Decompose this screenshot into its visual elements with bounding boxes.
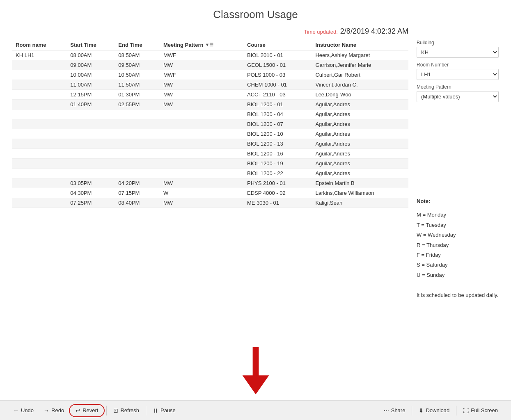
cell-end	[115, 119, 160, 129]
cell-course: BIOL 1200 - 04	[244, 110, 312, 119]
cell-room	[12, 139, 67, 149]
cell-instructor: Aguilar,Andres	[312, 139, 408, 149]
cell-start: 12:15PM	[67, 90, 115, 100]
cell-pattern: MW	[160, 60, 244, 70]
page-title: Classroom Usage	[12, 8, 499, 21]
table-row: 11:00AM11:50AMMWCHEM 1000 - 01Vincent,Jo…	[12, 80, 408, 90]
table-row: 04:30PM07:15PMWEDSP 4000 - 02Larkins,Cla…	[12, 188, 408, 198]
table-row: BIOL 1200 - 22Aguilar,Andres	[12, 169, 408, 178]
cell-end: 08:50AM	[115, 50, 160, 60]
cell-course: POLS 1000 - 03	[244, 70, 312, 80]
download-icon: ⬇	[419, 407, 424, 414]
time-value: 2/8/2019 4:02:32 AM	[340, 27, 408, 36]
cell-end: 07:15PM	[115, 188, 160, 198]
cell-pattern	[160, 149, 244, 159]
cell-pattern: W	[160, 188, 244, 198]
svg-marker-1	[242, 375, 269, 394]
cell-instructor: Heers,Ashley Margaret	[312, 50, 408, 60]
cell-instructor: Garrison,Jennifer Marie	[312, 60, 408, 70]
note-line: U = Sunday	[417, 270, 499, 280]
download-button[interactable]: ⬇ Download	[414, 405, 454, 416]
table-row: BIOL 1200 - 10Aguilar,Andres	[12, 129, 408, 139]
toolbar-divider-1	[106, 406, 107, 415]
building-label: Building	[417, 40, 499, 46]
meeting-pattern-header-label: Meeting Pattern	[163, 42, 204, 48]
cell-end: 09:50AM	[115, 60, 160, 70]
undo-icon: ←	[13, 407, 19, 414]
cell-instructor: Epstein,Martin B	[312, 178, 408, 188]
cell-end: 02:55PM	[115, 100, 160, 110]
cell-end	[115, 169, 160, 178]
cell-room	[12, 178, 67, 188]
cell-course: BIOL 1200 - 13	[244, 139, 312, 149]
cell-instructor: Aguilar,Andres	[312, 159, 408, 169]
building-filter: Building KH	[417, 40, 499, 58]
cell-start: 08:00AM	[67, 50, 115, 60]
time-updated-container: Time updated: 2/8/2019 4:02:32 AM	[304, 27, 408, 36]
share-button[interactable]: ⋯ Share	[378, 405, 410, 416]
col-header-end: End Time	[115, 40, 160, 50]
refresh-button[interactable]: ⊡ Refresh	[108, 405, 144, 416]
cell-start	[67, 110, 115, 119]
revert-icon: ↩	[76, 407, 80, 414]
room-number-label: Room Number	[417, 62, 499, 68]
cell-pattern	[160, 129, 244, 139]
cell-room: KH LH1	[12, 50, 67, 60]
cell-end: 01:30PM	[115, 90, 160, 100]
undo-label: Undo	[21, 407, 34, 413]
cell-room	[12, 169, 67, 178]
cell-course: BIOL 1200 - 07	[244, 119, 312, 129]
revert-label: Revert	[82, 407, 98, 413]
pause-label: Pause	[160, 407, 176, 413]
cell-course: PHYS 2100 - 01	[244, 178, 312, 188]
cell-pattern: MW	[160, 178, 244, 188]
revert-button[interactable]: ↩ Revert	[69, 404, 105, 417]
table-row: 10:00AM10:50AMMWFPOLS 1000 - 03Culbert,G…	[12, 70, 408, 80]
cell-start: 09:00AM	[67, 60, 115, 70]
table-row: BIOL 1200 - 16Aguilar,Andres	[12, 149, 408, 159]
cell-course: ACCT 2110 - 03	[244, 90, 312, 100]
cell-course: BIOL 1200 - 19	[244, 159, 312, 169]
cell-course: ME 3030 - 01	[244, 198, 312, 208]
meeting-pattern-select[interactable]: (Multiple values)	[417, 91, 499, 102]
toolbar-divider-4	[456, 406, 456, 415]
note-line: It is scheduled to be updated daily.	[417, 290, 499, 300]
pause-button[interactable]: ⏸ Pause	[148, 405, 181, 416]
cell-course: BIOL 1200 - 10	[244, 129, 312, 139]
cell-start: 11:00AM	[67, 80, 115, 90]
cell-start	[67, 119, 115, 129]
table-row: 09:00AM09:50AMMWGEOL 1500 - 01Garrison,J…	[12, 60, 408, 70]
cell-end	[115, 129, 160, 139]
col-header-pattern: Meeting Pattern ▼☰	[160, 40, 244, 50]
table-row: 07:25PM08:40PMMWME 3030 - 01Kaligi,Sean	[12, 198, 408, 208]
cell-pattern	[160, 119, 244, 129]
cell-room	[12, 149, 67, 159]
cell-pattern	[160, 159, 244, 169]
cell-course: CHEM 1000 - 01	[244, 80, 312, 90]
cell-instructor: Aguilar,Andres	[312, 129, 408, 139]
cell-instructor: Aguilar,Andres	[312, 100, 408, 110]
cell-start: 01:40PM	[67, 100, 115, 110]
cell-pattern: MW	[160, 198, 244, 208]
fullscreen-icon: ⛶	[463, 407, 469, 414]
redo-button[interactable]: → Redo	[39, 405, 69, 416]
fullscreen-button[interactable]: ⛶ Full Screen	[458, 405, 503, 416]
cell-start: 07:25PM	[67, 198, 115, 208]
share-label: Share	[391, 407, 406, 413]
cell-room	[12, 70, 67, 80]
redo-label: Redo	[51, 407, 64, 413]
cell-instructor: Aguilar,Andres	[312, 149, 408, 159]
note-line: S = Saturday	[417, 260, 499, 269]
cell-room	[12, 110, 67, 119]
redo-icon: →	[44, 407, 49, 414]
cell-instructor: Aguilar,Andres	[312, 169, 408, 178]
meeting-pattern-filter: Meeting Pattern (Multiple values)	[417, 84, 499, 102]
undo-button[interactable]: ← Undo	[8, 405, 39, 416]
room-number-select[interactable]: LH1	[417, 69, 499, 80]
building-select[interactable]: KH	[417, 47, 499, 58]
cell-end: 10:50AM	[115, 70, 160, 80]
cell-start	[67, 159, 115, 169]
cell-end: 08:40PM	[115, 198, 160, 208]
filter-icon[interactable]: ▼☰	[205, 42, 213, 48]
cell-start: 03:05PM	[67, 178, 115, 188]
